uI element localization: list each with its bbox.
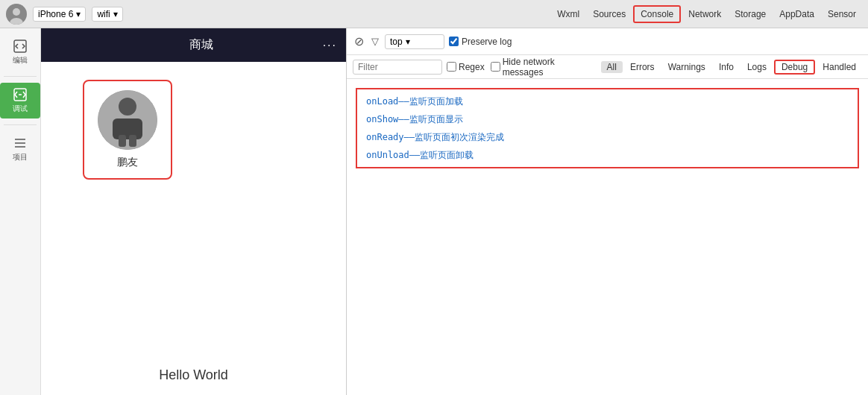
svg-rect-11 bbox=[113, 118, 142, 139]
tab-network[interactable]: Network bbox=[682, 7, 727, 22]
log-level-all[interactable]: All bbox=[601, 61, 623, 73]
device-chevron-icon: ▾ bbox=[76, 9, 81, 19]
profile-avatar bbox=[98, 90, 157, 150]
tab-appdata[interactable]: AppData bbox=[773, 7, 820, 22]
level-selector[interactable]: top ▾ bbox=[385, 34, 444, 49]
profile-card: 鹏友 bbox=[83, 80, 172, 180]
level-chevron-icon: ▾ bbox=[406, 37, 410, 47]
sidebar: 编辑 调试 项目 bbox=[0, 28, 41, 395]
console-log-group: onLoad——监听页面加载 onShow——监听页面显示 onReady——监… bbox=[356, 88, 859, 168]
sidebar-label-debug: 调试 bbox=[13, 104, 28, 114]
main-area: 编辑 调试 项目 商城 ··· bbox=[0, 28, 868, 395]
log-level-info[interactable]: Info bbox=[713, 60, 740, 74]
phone-content: 鹏友 bbox=[41, 62, 346, 395]
svg-rect-12 bbox=[119, 135, 126, 147]
sidebar-label-code: 编辑 bbox=[13, 55, 28, 66]
tab-sensor[interactable]: Sensor bbox=[822, 7, 862, 22]
regex-checkbox[interactable] bbox=[447, 62, 456, 72]
console-toolbar: ⊘ ▽ top ▾ Preserve log bbox=[347, 28, 868, 55]
log-entry-2: onReady——监听页面初次渲染完成 bbox=[363, 128, 852, 146]
sidebar-label-project: 项目 bbox=[13, 152, 28, 162]
filter-input[interactable] bbox=[353, 60, 442, 75]
log-level-debug[interactable]: Debug bbox=[774, 60, 815, 75]
svg-point-10 bbox=[119, 98, 136, 116]
preserve-log-label: Preserve log bbox=[462, 37, 512, 47]
top-bar-nav: Wxml Sources Console Network Storage App… bbox=[551, 5, 862, 23]
sidebar-item-debug[interactable]: 调试 bbox=[0, 83, 40, 118]
phone-title: 商城 bbox=[80, 37, 323, 53]
filter-icon[interactable]: ▽ bbox=[370, 34, 380, 48]
sidebar-divider-2 bbox=[4, 124, 36, 125]
sidebar-item-project[interactable]: 项目 bbox=[0, 131, 40, 167]
sidebar-item-code[interactable]: 编辑 bbox=[0, 34, 40, 70]
profile-name: 鹏友 bbox=[117, 156, 138, 169]
device-selector[interactable]: iPhone 6 ▾ bbox=[33, 7, 86, 22]
stop-icon[interactable]: ⊘ bbox=[353, 33, 365, 50]
wifi-chevron-icon: ▾ bbox=[113, 9, 118, 19]
filter-options: Regex Hide network messages bbox=[447, 57, 597, 78]
log-level-logs[interactable]: Logs bbox=[741, 60, 773, 74]
top-bar: iPhone 6 ▾ wifi ▾ Wxml Sources Console N… bbox=[0, 0, 868, 28]
device-name: iPhone 6 bbox=[38, 9, 73, 19]
svg-point-1 bbox=[13, 8, 20, 16]
log-entry-0: onLoad——监听页面加载 bbox=[363, 92, 852, 110]
tab-navigation: Wxml Sources Console Network Storage App… bbox=[551, 5, 862, 23]
log-level-warnings[interactable]: Warnings bbox=[662, 60, 711, 74]
avatar bbox=[6, 4, 27, 25]
log-level-errors[interactable]: Errors bbox=[624, 60, 661, 74]
regex-label[interactable]: Regex bbox=[447, 62, 485, 72]
svg-rect-13 bbox=[129, 135, 136, 147]
phone-frame: 商城 ··· 鹏友 bbox=[41, 28, 346, 395]
wifi-name: wifi bbox=[97, 9, 110, 19]
console-filter-row: Regex Hide network messages All Errors W… bbox=[347, 55, 868, 79]
tab-console[interactable]: Console bbox=[633, 5, 681, 23]
log-level-handled[interactable]: Handled bbox=[817, 60, 862, 74]
preserve-log-checkbox[interactable] bbox=[449, 37, 459, 46]
tab-wxml[interactable]: Wxml bbox=[551, 7, 585, 22]
phone-header: 商城 ··· bbox=[41, 28, 346, 62]
hello-world-text: Hello World bbox=[159, 367, 228, 383]
preview-area: 商城 ··· 鹏友 bbox=[41, 28, 347, 395]
top-bar-left: iPhone 6 ▾ wifi ▾ bbox=[6, 4, 545, 25]
phone-dots: ··· bbox=[323, 39, 337, 52]
console-panel: ⊘ ▽ top ▾ Preserve log Regex Hide networ… bbox=[347, 28, 868, 395]
tab-storage[interactable]: Storage bbox=[729, 7, 772, 22]
sidebar-divider bbox=[4, 76, 36, 77]
tab-sources[interactable]: Sources bbox=[587, 7, 632, 22]
log-entry-3: onUnload——监听页面卸载 bbox=[363, 146, 852, 164]
hide-network-checkbox[interactable] bbox=[491, 62, 500, 72]
hide-network-label[interactable]: Hide network messages bbox=[491, 57, 597, 78]
log-entry-1: onShow——监听页面显示 bbox=[363, 110, 852, 128]
log-level-tabs: All Errors Warnings Info Logs Debug Hand… bbox=[601, 60, 862, 75]
console-output: onLoad——监听页面加载 onShow——监听页面显示 onReady——监… bbox=[347, 79, 868, 395]
level-value: top bbox=[390, 37, 403, 47]
preserve-log-group: Preserve log bbox=[449, 37, 512, 47]
wifi-selector[interactable]: wifi ▾ bbox=[92, 7, 122, 22]
